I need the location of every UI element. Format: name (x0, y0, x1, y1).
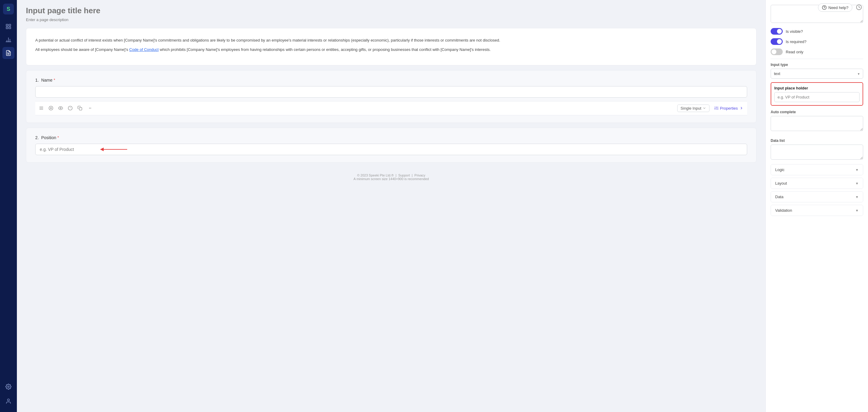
red-arrow-svg (100, 146, 130, 152)
settings-circle-icon[interactable] (49, 106, 53, 110)
read-only-label: Read only (786, 50, 804, 54)
sidebar-bottom (2, 381, 14, 408)
page-title-input[interactable] (26, 6, 756, 15)
accordion-data: Data ▼ (771, 191, 863, 202)
is-visible-label: Is visible? (786, 29, 803, 34)
more-icon[interactable] (87, 106, 92, 110)
accordion-layout-header[interactable]: Layout ▼ (771, 178, 863, 188)
sidebar-item-forms[interactable] (2, 47, 14, 59)
content-card: A potential or actual conflict of intere… (26, 28, 756, 65)
svg-rect-5 (9, 27, 11, 29)
svg-point-14 (7, 399, 10, 401)
form-card-question1: 1. Name * (26, 70, 756, 123)
clock-icon (856, 4, 862, 11)
accordion-data-chevron: ▼ (855, 195, 859, 199)
question1-label: 1. Name * (35, 78, 747, 82)
accordion-validation-header[interactable]: Validation ▼ (771, 205, 863, 216)
question1-required-star: * (54, 78, 55, 82)
read-only-row: Read only (771, 48, 863, 55)
drag-handle-icon[interactable] (39, 106, 44, 110)
top-bar: Need help? (812, 0, 868, 15)
need-help-label: Need help? (829, 5, 849, 10)
accordion-layout-chevron: ▼ (855, 182, 859, 185)
accordion-logic-label: Logic (775, 167, 784, 172)
input-placeholder-section: Input place holder (771, 82, 863, 106)
auto-complete-label: Auto complete (771, 110, 863, 114)
read-only-toggle[interactable] (771, 48, 783, 55)
is-visible-row: Is visible? (771, 28, 863, 35)
field-type-button[interactable]: Single Input (677, 104, 710, 112)
question1-text: Name (41, 78, 53, 82)
question2-input[interactable] (35, 144, 747, 155)
is-required-row: Is required? (771, 38, 863, 45)
svg-rect-24 (79, 107, 82, 110)
sidebar-item-dashboard[interactable] (2, 21, 14, 33)
accordion-data-label: Data (775, 195, 783, 199)
is-visible-toggle[interactable] (771, 28, 783, 35)
svg-rect-4 (9, 24, 11, 26)
input-type-field-label: Input type (771, 63, 863, 67)
chevron-down-icon (703, 106, 706, 110)
sidebar-item-analytics[interactable] (2, 34, 14, 46)
page-description-input[interactable] (26, 18, 756, 22)
form-card-question2: 2. Position * (26, 128, 756, 163)
footer-copyright: © 2023 Speeki Pte Ltd.® (357, 173, 394, 177)
footer: © 2023 Speeki Pte Ltd.® | Support | Priv… (26, 167, 756, 187)
center-content: A potential or actual conflict of intere… (17, 0, 766, 412)
right-panel: Is visible? Is required? Read only Input… (766, 0, 868, 412)
footer-privacy-link[interactable]: Privacy (414, 173, 425, 177)
copy-icon[interactable] (78, 106, 82, 110)
footer-support-link[interactable]: Support (398, 173, 410, 177)
is-required-toggle[interactable] (771, 38, 783, 45)
accordion-data-header[interactable]: Data ▼ (771, 192, 863, 202)
accordion-validation-chevron: ▼ (855, 209, 859, 212)
logo-text: S (7, 6, 10, 12)
panel-divider-1 (771, 59, 863, 59)
read-only-slider (771, 48, 783, 55)
need-help-button[interactable]: Need help? (818, 3, 852, 12)
content-paragraph-2: All employees should be aware of [Compan… (35, 47, 747, 53)
accordion-logic-chevron: ▼ (855, 168, 859, 172)
accordion-logic-header[interactable]: Logic ▼ (771, 165, 863, 175)
sidebar: S (0, 0, 17, 412)
question2-input-container (35, 144, 747, 155)
grid-icon (5, 24, 11, 30)
is-required-label: Is required? (786, 39, 807, 44)
footer-sep2: | (412, 173, 412, 177)
question2-label: 2. Position * (35, 135, 747, 140)
input-placeholder-input[interactable] (774, 92, 860, 102)
gear-icon (5, 384, 11, 390)
question2-required-star: * (58, 135, 59, 140)
accordion-layout: Layout ▼ (771, 178, 863, 189)
content-para2-after: which prohibits [Company Name]'s employe… (158, 47, 491, 52)
eye-icon[interactable] (58, 106, 63, 110)
question2-number: 2. (35, 135, 39, 140)
auto-complete-textarea[interactable] (771, 116, 863, 131)
svg-rect-3 (6, 24, 8, 26)
question2-text: Position (41, 135, 56, 140)
sidebar-item-user[interactable] (2, 395, 14, 407)
bar-chart-icon (5, 37, 11, 43)
svg-point-25 (90, 108, 91, 108)
main-area: A potential or actual conflict of intere… (17, 0, 868, 412)
svg-point-18 (49, 106, 53, 110)
code-of-conduct-link[interactable]: Code of Conduct (129, 47, 159, 52)
footer-sep1: | (396, 173, 396, 177)
is-required-slider (771, 38, 783, 45)
help-icon (822, 5, 827, 10)
input-type-select[interactable]: text number email password date (771, 69, 863, 79)
question1-number: 1. (35, 78, 39, 82)
exclamation-icon[interactable] (68, 106, 73, 110)
properties-label: Properties (720, 106, 738, 110)
question1-input[interactable] (35, 86, 747, 98)
data-list-textarea[interactable] (771, 144, 863, 160)
app-logo[interactable]: S (3, 4, 14, 14)
field-toolbar: Single Input Properties (35, 101, 747, 115)
input-placeholder-label: Input place holder (774, 86, 860, 90)
user-icon (5, 398, 11, 404)
accordion-logic: Logic ▼ (771, 164, 863, 175)
properties-button[interactable]: Properties (714, 106, 744, 110)
svg-point-26 (89, 108, 90, 108)
sidebar-item-settings[interactable] (2, 381, 14, 393)
svg-point-19 (50, 107, 52, 109)
